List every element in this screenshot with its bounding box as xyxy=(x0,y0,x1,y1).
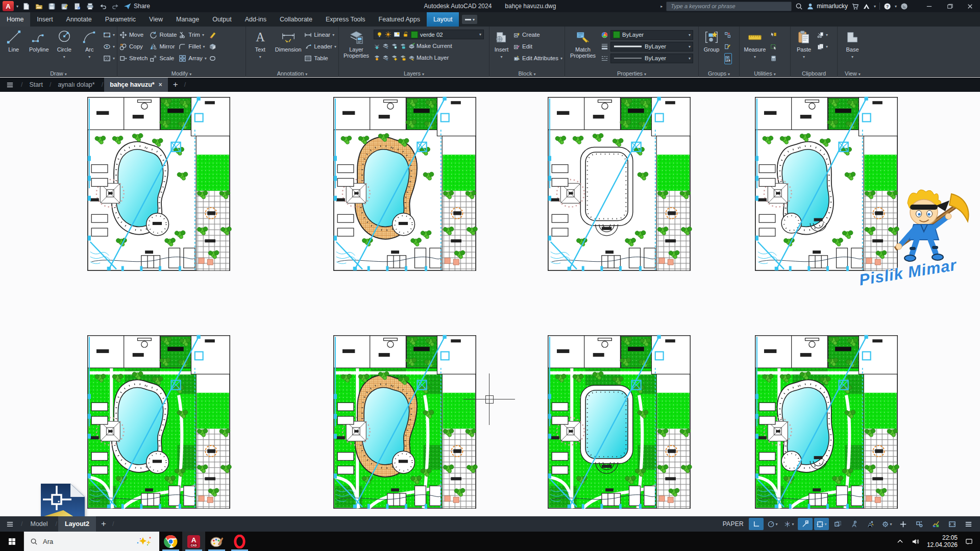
status-annotation-visibility[interactable] xyxy=(847,518,862,530)
layer-freeze-icon[interactable] xyxy=(391,43,398,49)
plan-4[interactable] xyxy=(753,95,900,273)
status-snap-mode[interactable] xyxy=(749,518,764,530)
edit-block-button[interactable]: Edit xyxy=(513,41,562,52)
layer-properties-button[interactable]: Layer Properties xyxy=(341,29,372,68)
group-button[interactable]: Group xyxy=(701,29,722,68)
line-button[interactable]: Line xyxy=(2,29,26,68)
undo-button[interactable] xyxy=(97,1,108,11)
new-drawing-button[interactable]: + xyxy=(168,80,183,90)
edit-attributes-button[interactable]: Edit Attributes▾ xyxy=(513,53,562,63)
panel-label-groups[interactable]: Groups ▾ xyxy=(699,70,739,77)
layer-thaw-all-icon[interactable] xyxy=(391,55,398,61)
taskbar-search-input[interactable]: Ara xyxy=(23,532,159,551)
notification-icon[interactable] xyxy=(965,538,973,545)
help-search-input[interactable]: Type a keyword or phrase xyxy=(666,2,792,11)
panel-label-layers[interactable]: Layers ▾ xyxy=(339,70,489,77)
create-block-button[interactable]: Create xyxy=(513,30,562,40)
ribbon-tab-insert[interactable]: Insert xyxy=(30,12,59,27)
maximize-button[interactable] xyxy=(939,0,960,12)
ungroup-button[interactable] xyxy=(724,30,732,40)
mirror-button[interactable]: Mirror xyxy=(150,41,177,52)
status-graphics-performance[interactable] xyxy=(928,518,943,530)
rotate-button[interactable]: Rotate xyxy=(150,30,177,40)
taskbar-app-autocad[interactable]: ACAD xyxy=(182,532,205,551)
table-button[interactable]: Table xyxy=(304,53,336,63)
fillet-button[interactable]: Fillet▾ xyxy=(179,41,207,52)
status-polar-tracking[interactable]: ▾ xyxy=(765,518,780,530)
plan-8[interactable] xyxy=(753,333,900,511)
ribbon-tab-output[interactable]: Output xyxy=(206,12,238,27)
object-color-select[interactable]: ByLayer▾ xyxy=(610,30,693,40)
file-tab-2[interactable]: aynalı dolap* xyxy=(52,78,100,92)
copy-clip-button[interactable]: ▾ xyxy=(817,41,828,52)
group-edit-button[interactable] xyxy=(724,41,732,52)
lineweight-select[interactable]: ByLayer▾ xyxy=(610,42,693,52)
ribbon-tab-annotate[interactable]: Annotate xyxy=(60,12,99,27)
panel-label-view[interactable]: View ▾ xyxy=(845,70,861,77)
panel-label-clipboard[interactable]: Clipboard xyxy=(791,70,837,77)
text-button[interactable]: AText▾ xyxy=(248,29,272,68)
rectangle-button[interactable]: ▾ xyxy=(103,30,115,40)
layout-tab-layout2[interactable]: Layout2 xyxy=(58,516,96,532)
scale-button[interactable]: Scale xyxy=(150,53,177,63)
insert-block-button[interactable]: Insert▾ xyxy=(492,29,511,68)
status-isodraft[interactable]: ▾ xyxy=(781,518,796,530)
erase-button[interactable] xyxy=(209,30,216,40)
redo-button[interactable] xyxy=(110,1,120,11)
drawing-canvas[interactable]: Pislik Mimar .dwg DOWNLOAD xyxy=(0,92,980,516)
feedback-icon[interactable] xyxy=(900,3,908,10)
minimize-button[interactable] xyxy=(919,0,939,12)
file-tab-3[interactable]: bahçe havuzu*× xyxy=(104,78,168,92)
copilot-icon[interactable] xyxy=(136,536,153,546)
print-button[interactable] xyxy=(85,1,95,11)
plan-3[interactable] xyxy=(546,95,693,273)
panel-label-properties[interactable]: Properties ▾ xyxy=(565,70,698,77)
status-annotation-scale[interactable]: ▾ xyxy=(879,518,894,530)
ribbon-tab-view[interactable]: View xyxy=(142,12,169,27)
panel-label-annotation[interactable]: Annotation ▾ xyxy=(246,70,338,77)
copy-button[interactable]: Copy xyxy=(119,41,148,52)
clock[interactable]: 22:05 12.04.2026 xyxy=(927,534,958,548)
app-menu-button[interactable]: A xyxy=(3,1,14,11)
status-isolate-objects[interactable] xyxy=(896,518,911,530)
save-as-button[interactable] xyxy=(59,1,69,11)
linetype-select[interactable]: ByLayer▾ xyxy=(610,54,693,63)
ribbon-display-toggle[interactable]: ▾ xyxy=(462,15,477,24)
base-button[interactable]: Base▾ xyxy=(840,29,865,68)
layout-menu-button[interactable] xyxy=(0,520,20,528)
overkill-button[interactable] xyxy=(209,53,216,63)
open-folder-button[interactable] xyxy=(34,1,44,11)
array-button[interactable]: Array▾ xyxy=(179,53,207,63)
layer-lock-icon[interactable] xyxy=(400,43,406,49)
start-button[interactable] xyxy=(0,532,23,551)
dimension-button[interactable]: Dimension xyxy=(274,29,302,68)
plan-5[interactable] xyxy=(85,333,232,511)
arc-button[interactable]: Arc▾ xyxy=(78,29,102,68)
polyline-button[interactable]: Polyline xyxy=(28,29,51,68)
panel-label-draw[interactable]: Draw ▾ xyxy=(0,70,117,77)
trim-button[interactable]: Trim▾ xyxy=(179,30,207,40)
layer-select[interactable]: verde 02 ▾ xyxy=(374,30,484,39)
new-file-button[interactable] xyxy=(21,1,31,11)
help-icon[interactable]: ? xyxy=(884,3,891,10)
panel-label-utilities[interactable]: Utilities ▾ xyxy=(740,70,790,77)
stretch-button[interactable]: Stretch xyxy=(119,53,148,63)
space-toggle[interactable]: PAPER xyxy=(723,520,744,528)
ribbon-tab-featured-apps[interactable]: Featured Apps xyxy=(372,12,427,27)
layer-on-icon[interactable] xyxy=(374,55,380,61)
match-layer-button[interactable]: Match Layer xyxy=(408,53,449,63)
group-select-toggle[interactable] xyxy=(724,53,732,64)
taskbar-app-paint[interactable] xyxy=(205,532,228,551)
ribbon-tab-add-ins[interactable]: Add-ins xyxy=(238,12,273,27)
panel-label-block[interactable]: Block ▾ xyxy=(489,70,565,77)
plan-1[interactable] xyxy=(85,95,232,273)
layout-tab-model[interactable]: Model xyxy=(23,516,54,532)
status-clean-screen[interactable] xyxy=(945,518,960,530)
plan-2[interactable] xyxy=(331,95,478,273)
circle-button[interactable]: Circle▾ xyxy=(53,29,76,68)
file-tab-1[interactable]: Start xyxy=(23,78,48,92)
ribbon-tab-collaborate[interactable]: Collaborate xyxy=(273,12,319,27)
match-properties-button[interactable]: Match Properties xyxy=(567,29,599,68)
ribbon-tab-parametric[interactable]: Parametric xyxy=(99,12,142,27)
status-osnap-tracking[interactable]: ▾ xyxy=(814,518,829,530)
